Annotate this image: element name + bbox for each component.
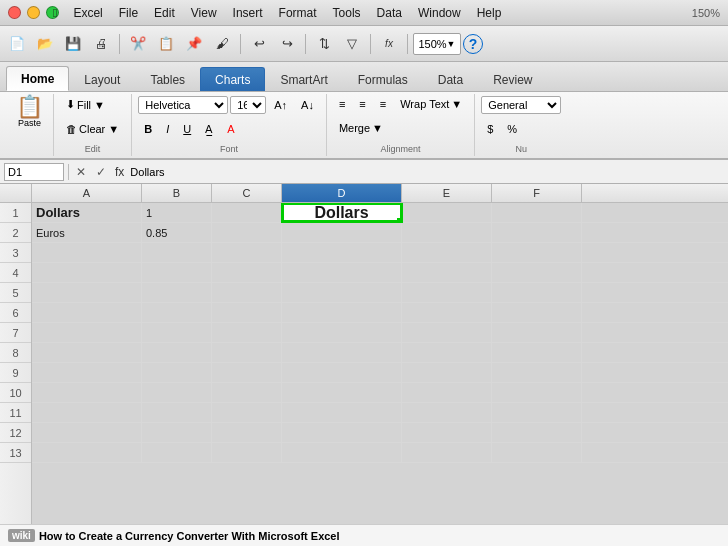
font-color-button[interactable]: A [221, 121, 240, 137]
tab-data[interactable]: Data [423, 67, 478, 91]
menu-tools[interactable]: Tools [325, 4, 369, 22]
sort-icon[interactable]: ⇅ [311, 31, 337, 57]
cell-b10[interactable] [142, 383, 212, 402]
menu-format[interactable]: Format [271, 4, 325, 22]
cell-a10[interactable] [32, 383, 142, 402]
cell-b12[interactable] [142, 423, 212, 442]
align-center-button[interactable]: ≡ [353, 96, 371, 112]
cell-a5[interactable] [32, 283, 142, 302]
cut-icon[interactable]: ✂️ [125, 31, 151, 57]
row-num-7[interactable]: 7 [0, 323, 31, 343]
cell-e8[interactable] [402, 343, 492, 362]
cell-d3[interactable] [282, 243, 402, 262]
cell-e9[interactable] [402, 363, 492, 382]
help-icon[interactable]: ? [463, 34, 483, 54]
row-num-13[interactable]: 13 [0, 443, 31, 463]
cell-a8[interactable] [32, 343, 142, 362]
zoom-dropdown-icon[interactable]: ▼ [447, 39, 456, 49]
cell-c10[interactable] [212, 383, 282, 402]
align-right-button[interactable]: ≡ [374, 96, 392, 112]
merge-dropdown[interactable]: ▼ [372, 122, 383, 134]
col-header-c[interactable]: C [212, 184, 282, 202]
cell-f2[interactable] [492, 223, 582, 242]
cell-c9[interactable] [212, 363, 282, 382]
cell-b9[interactable] [142, 363, 212, 382]
cell-c8[interactable] [212, 343, 282, 362]
cell-a9[interactable] [32, 363, 142, 382]
cell-d10[interactable] [282, 383, 402, 402]
row-num-9[interactable]: 9 [0, 363, 31, 383]
cell-e10[interactable] [402, 383, 492, 402]
cell-f1[interactable] [492, 203, 582, 222]
font-grow-button[interactable]: A↑ [268, 97, 293, 113]
underline-button[interactable]: U [177, 121, 197, 137]
row-num-8[interactable]: 8 [0, 343, 31, 363]
save-icon[interactable]: 💾 [60, 31, 86, 57]
cell-e3[interactable] [402, 243, 492, 262]
cell-e5[interactable] [402, 283, 492, 302]
menu-help[interactable]: Help [469, 4, 510, 22]
cell-b11[interactable] [142, 403, 212, 422]
percent-button[interactable]: % [501, 121, 523, 137]
bold-button[interactable]: B [138, 121, 158, 137]
wrap-text-button[interactable]: Wrap Text ▼ [394, 96, 468, 112]
new-file-icon[interactable]: 📄 [4, 31, 30, 57]
tab-tables[interactable]: Tables [135, 67, 200, 91]
cell-a3[interactable] [32, 243, 142, 262]
cell-e7[interactable] [402, 323, 492, 342]
undo-icon[interactable]: ↩ [246, 31, 272, 57]
cell-f9[interactable] [492, 363, 582, 382]
cell-c12[interactable] [212, 423, 282, 442]
font-shrink-button[interactable]: A↓ [295, 97, 320, 113]
cell-d9[interactable] [282, 363, 402, 382]
row-num-3[interactable]: 3 [0, 243, 31, 263]
cell-c3[interactable] [212, 243, 282, 262]
fill-handle[interactable] [397, 218, 402, 222]
tab-formulas[interactable]: Formulas [343, 67, 423, 91]
menu-file[interactable]: File [111, 4, 146, 22]
cell-b5[interactable] [142, 283, 212, 302]
tab-review[interactable]: Review [478, 67, 547, 91]
align-left-button[interactable]: ≡ [333, 96, 351, 112]
cell-reference-box[interactable]: D1 [4, 163, 64, 181]
cell-e4[interactable] [402, 263, 492, 282]
filter-icon[interactable]: ▽ [339, 31, 365, 57]
cell-d12[interactable] [282, 423, 402, 442]
cell-f13[interactable] [492, 443, 582, 462]
cell-c11[interactable] [212, 403, 282, 422]
cell-b4[interactable] [142, 263, 212, 282]
cell-b13[interactable] [142, 443, 212, 462]
cell-d2[interactable] [282, 223, 402, 242]
menu-excel[interactable]: Excel [65, 4, 110, 22]
cell-f6[interactable] [492, 303, 582, 322]
cell-d4[interactable] [282, 263, 402, 282]
cell-c7[interactable] [212, 323, 282, 342]
cell-d8[interactable] [282, 343, 402, 362]
row-num-11[interactable]: 11 [0, 403, 31, 423]
cell-f3[interactable] [492, 243, 582, 262]
cell-d5[interactable] [282, 283, 402, 302]
row-num-5[interactable]: 5 [0, 283, 31, 303]
cell-b3[interactable] [142, 243, 212, 262]
tab-charts[interactable]: Charts [200, 67, 265, 91]
cell-a13[interactable] [32, 443, 142, 462]
cell-b1[interactable]: 1 [142, 203, 212, 222]
italic-button[interactable]: I [160, 121, 175, 137]
redo-icon[interactable]: ↪ [274, 31, 300, 57]
confirm-formula-icon[interactable]: ✓ [93, 165, 109, 179]
cell-f10[interactable] [492, 383, 582, 402]
row-num-6[interactable]: 6 [0, 303, 31, 323]
cell-f8[interactable] [492, 343, 582, 362]
cell-c13[interactable] [212, 443, 282, 462]
cell-a4[interactable] [32, 263, 142, 282]
cell-a6[interactable] [32, 303, 142, 322]
formula-icon[interactable]: fx [376, 31, 402, 57]
cell-f7[interactable] [492, 323, 582, 342]
cell-b2[interactable]: 0.85 [142, 223, 212, 242]
cell-a12[interactable] [32, 423, 142, 442]
cell-b8[interactable] [142, 343, 212, 362]
cell-f11[interactable] [492, 403, 582, 422]
close-button[interactable] [8, 6, 21, 19]
cell-b6[interactable] [142, 303, 212, 322]
menu-data[interactable]: Data [369, 4, 410, 22]
